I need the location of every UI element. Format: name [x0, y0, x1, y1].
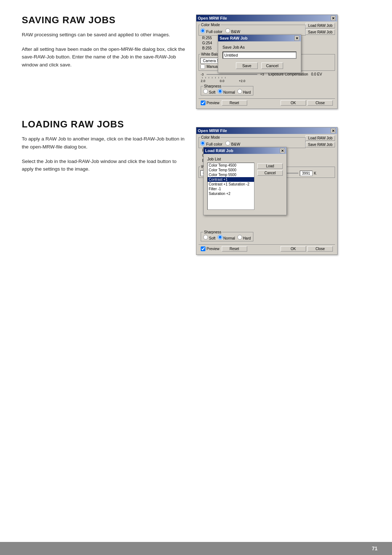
list-item[interactable]: Saturation +2: [208, 191, 254, 196]
list-item[interactable]: Color Temp 4500: [208, 163, 254, 168]
tick5: [215, 77, 216, 78]
saving-para1: RAW processing settings can be saved and…: [22, 31, 185, 39]
hard-label[interactable]: Hard: [237, 89, 251, 94]
saving-para2: After all setting have been made on the …: [22, 45, 185, 69]
sharpness-row: Sharpness Soft Normal Hard: [201, 84, 333, 95]
load-cancel-btn[interactable]: Cancel: [257, 170, 283, 176]
ok-btn[interactable]: OK: [281, 100, 306, 106]
right-column: Open MRW File ✕ Color Mode: [196, 15, 377, 542]
val-row: 2.0 0.0 +2.0: [201, 79, 333, 83]
reset-btn-2[interactable]: Reset: [222, 246, 247, 252]
color-mode-group: Color Mode Full color B&W: [199, 23, 306, 36]
manual-setting-check[interactable]: [200, 64, 205, 69]
sharpness-group-2: Sharpness Soft Normal Hard: [201, 230, 253, 241]
loading-title: LOADING RAW JOBS: [22, 119, 185, 130]
load-raw-title: Load RAW Job: [205, 148, 233, 153]
save-raw-title: Save RAW Job: [220, 36, 248, 40]
open-mrw-titlebar-2: Open MRW File ✕: [196, 127, 337, 134]
saving-title: SAVING RAW JOBS: [22, 15, 185, 26]
load-raw-close-btn[interactable]: ✕: [280, 148, 285, 153]
soft-label[interactable]: Soft: [203, 89, 216, 94]
tick-marks: [202, 77, 225, 78]
save-raw-dialog: Save RAW Job ✕ Save Job As Save Cancel: [218, 34, 301, 73]
close-btn-2[interactable]: Close: [307, 246, 333, 252]
mrw-bottom-2: Sharpness Soft Normal Hard: [199, 230, 335, 244]
hard-label-2[interactable]: Hard: [237, 235, 251, 240]
full-color-radio-2[interactable]: [200, 141, 205, 146]
list-item[interactable]: Contrast +1 Saturation -2: [208, 182, 254, 187]
save-btn[interactable]: Save: [236, 62, 258, 69]
open-mrw-title-2: Open MRW File: [198, 128, 227, 133]
close-btn[interactable]: Close: [307, 100, 333, 106]
tick2: [205, 77, 206, 78]
bottom-bar-right: OK Close: [281, 100, 333, 106]
bottom-bar: Preview Reset OK Close: [199, 98, 335, 107]
loading-para2: Select the Job in the load-RAW-Job windo…: [22, 158, 185, 173]
ok-btn-2[interactable]: OK: [281, 246, 306, 252]
soft-label-2[interactable]: Soft: [203, 235, 216, 240]
color-mode-legend-2: Color Mode: [200, 135, 221, 139]
normal-label-2[interactable]: Normal: [218, 235, 235, 240]
normal-label[interactable]: Normal: [218, 89, 235, 94]
open-mrw-titlebar: Open MRW File ✕: [196, 15, 337, 21]
tick7: [222, 77, 222, 78]
top-buttons: Load RAW Job Save RAW Job: [306, 23, 335, 35]
preview-check-label-2[interactable]: Preview: [201, 246, 220, 251]
open-mrw-close-btn-2[interactable]: ✕: [331, 128, 336, 133]
save-raw-job-btn-2[interactable]: Save RAW Job: [306, 142, 335, 147]
second-dialog-group: Open MRW File ✕ Color Mode: [196, 127, 377, 255]
load-raw-dialog: Load RAW Job ✕ Job List Color Temp 4500 …: [203, 147, 287, 215]
loading-section: LOADING RAW JOBS To apply a RAW Job to a…: [22, 119, 185, 173]
tick1: [202, 77, 203, 78]
save-job-as-label: Save Job As: [222, 45, 297, 49]
loading-para1: To apply a RAW Job to another image, cli…: [22, 135, 185, 151]
save-raw-titlebar: Save RAW Job ✕: [218, 35, 301, 41]
section-divider: [22, 75, 185, 90]
page-number: 71: [372, 546, 377, 551]
sharpness-row-2: Sharpness Soft Normal Hard: [201, 230, 333, 241]
job-list-container[interactable]: Color Temp 4500 Color Temp 5000 Color Te…: [207, 163, 254, 210]
full-color-radio-label-2[interactable]: Full color: [200, 141, 222, 146]
bw-radio[interactable]: [225, 28, 230, 33]
job-name-input[interactable]: [222, 52, 297, 59]
preview-checkbox[interactable]: [201, 101, 205, 105]
tick3: [209, 77, 209, 78]
bw-radio-2[interactable]: [225, 141, 230, 146]
bw-radio-label-2[interactable]: B&W: [225, 141, 240, 146]
spacer: [22, 90, 185, 119]
content-area: SAVING RAW JOBS RAW processing settings …: [0, 0, 392, 542]
save-raw-close-btn[interactable]: ✕: [294, 36, 299, 41]
color-mode-group-2: Color Mode Full color B&W: [199, 135, 306, 148]
tick6: [219, 77, 219, 78]
save-raw-job-btn[interactable]: Save RAW Job: [306, 29, 335, 35]
minus3-label: -3: [201, 73, 204, 76]
preview-checkbox-2[interactable]: [201, 246, 205, 251]
list-item[interactable]: Color Temp 5500: [208, 172, 254, 177]
reset-btn[interactable]: Reset: [222, 100, 247, 106]
exposure-slider[interactable]: [207, 74, 257, 75]
top-buttons-2: Load RAW Job Save RAW Job: [306, 135, 335, 147]
bw-radio-label[interactable]: B&W: [225, 28, 240, 34]
list-item[interactable]: Color Temp 5000: [208, 168, 254, 172]
left-column: SAVING RAW JOBS RAW processing settings …: [22, 15, 196, 542]
plus3-label: +3: [260, 73, 264, 76]
bottom-bar-2: Preview Reset OK Close: [199, 244, 335, 253]
load-raw-job-btn[interactable]: Load RAW Job: [306, 23, 335, 28]
tick8: [225, 77, 225, 78]
save-cancel-btn[interactable]: Cancel: [261, 62, 283, 69]
preview-check-label[interactable]: Preview: [201, 101, 220, 105]
load-btn[interactable]: Load: [257, 163, 283, 169]
list-item[interactable]: Filter -1: [208, 187, 254, 191]
list-item[interactable]: Contrast +1: [208, 177, 254, 182]
full-color-radio[interactable]: [200, 28, 205, 33]
tick4: [212, 77, 212, 78]
saving-section: SAVING RAW JOBS RAW processing settings …: [22, 15, 185, 69]
job-list-header: Job List: [207, 157, 283, 161]
load-raw-job-btn-2[interactable]: Load RAW Job: [306, 135, 335, 141]
first-dialog-group: Open MRW File ✕ Color Mode: [196, 15, 377, 109]
save-cancel-row: Save Cancel: [222, 62, 297, 69]
full-color-radio-label[interactable]: Full color: [200, 28, 222, 34]
job-list-area: Color Temp 4500 Color Temp 5000 Color Te…: [207, 163, 254, 212]
open-mrw-close-btn[interactable]: ✕: [331, 16, 336, 21]
color-mode-radio-row: Full color B&W: [200, 28, 304, 34]
